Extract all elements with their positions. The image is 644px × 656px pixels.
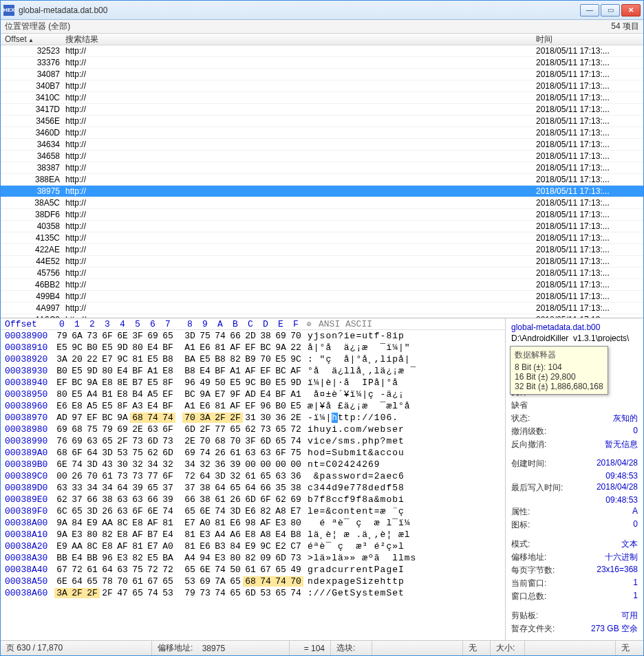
hex-row[interactable]: 0003898069687579692E636F6D2F776562736572…	[1, 424, 505, 435]
subheader-left: 位置管理器 (全部)	[5, 21, 70, 32]
hex-row[interactable]: 00038960E6E8A5E58FA3E4BFA1E681AFEF96B0E5…	[1, 400, 505, 412]
subheader-right: 54 项目	[611, 21, 639, 32]
results-row[interactable]: 38DF6http://2018/05/11 17:13:...	[1, 209, 643, 221]
status-offset-value: 38975	[202, 644, 225, 653]
hex-row[interactable]: 00038930B0E59D80E4BFA1E8B8E4BFA1AFEFBCAF…	[1, 365, 505, 377]
side-info-row: 创建时间:2018/04/28	[511, 458, 638, 470]
results-row[interactable]: 4A997http://2018/05/11 17:13:...	[1, 303, 643, 314]
results-row[interactable]: 38975http://2018/05/11 17:13:...	[1, 186, 643, 197]
results-row[interactable]: 3417Dhttp://2018/05/11 17:13:...	[1, 104, 643, 116]
results-row[interactable]: 33376http://2018/05/11 17:13:...	[1, 57, 643, 69]
side-info-row: 图标:0	[511, 519, 638, 531]
side-info-row: 09:48:53	[511, 471, 638, 481]
hex-row[interactable]: 000389B06E743D43303234323432363900000000…	[1, 459, 505, 470]
hex-row[interactable]: 00038A603A2F2F2F47657453797374656D536574…	[1, 587, 505, 599]
results-row[interactable]: 4135Chttp://2018/05/11 17:13:...	[1, 232, 643, 244]
hex-row[interactable]: 000389E06237663863636639663861266D6F6269…	[1, 494, 505, 505]
results-row[interactable]: 422AEhttp://2018/05/11 17:13:...	[1, 244, 643, 256]
results-row[interactable]: 499B4http://2018/05/11 17:13:...	[1, 291, 643, 303]
tooltip-row-16bit: 16 Bit (±) 29,800	[515, 372, 603, 382]
side-filepath: D:\AndroidKiller_v1.3.1\projects\	[511, 334, 638, 342]
side-filename: global-metadata.dat.b00	[511, 322, 638, 332]
tooltip-title: 数据解释器	[515, 349, 603, 361]
side-info-row: 09:48:53	[511, 495, 638, 505]
col-offset[interactable]: Offset	[1, 34, 63, 44]
status-sel-label: 选块:	[331, 641, 372, 655]
side-panel: global-metadata.dat.b00 D:\AndroidKiller…	[506, 318, 643, 640]
side-info-row: 暂存文件夹:273 GB 空余	[511, 623, 638, 635]
status-page: 页 630 / 17,870	[1, 641, 152, 655]
results-row[interactable]: 3456Ehttp://2018/05/11 17:13:...	[1, 116, 643, 127]
hex-row[interactable]: 00038A30BBE4BB96E382E5BAA494E38082096D73…	[1, 552, 505, 564]
side-info-row: 当前窗口:1	[511, 578, 638, 589]
hex-row[interactable]: 00038A009A84E9AA8CE8AF81E7A081E698AFE380…	[1, 517, 505, 529]
crosshair-icon: ⊕	[303, 318, 314, 329]
results-body[interactable]: 32523http://2018/05/11 17:13:...33376htt…	[1, 45, 643, 318]
results-row[interactable]: 38387http://2018/05/11 17:13:...	[1, 162, 643, 174]
hex-row[interactable]: 00038A109AE38082E8AFB7E481E3A4A6E8A8E4B8…	[1, 529, 505, 540]
tooltip-row-8bit: 8 Bit (±): 104	[515, 362, 603, 372]
status-size-label: 大小:	[491, 641, 525, 655]
results-row[interactable]: 3460Dhttp://2018/05/11 17:13:...	[1, 127, 643, 139]
hex-row[interactable]: 0003895080E5A4B1E8B4A5EFBC9AE79FADE4BFA1…	[1, 389, 505, 400]
side-info-row: 反向撤消:暂无信息	[511, 439, 638, 450]
results-row[interactable]: 34634http://2018/05/11 17:13:...	[1, 139, 643, 151]
subheader: 位置管理器 (全部) 54 项目	[1, 20, 643, 34]
hex-row[interactable]: 000389A0686F643D5375626D6974266163636F75…	[1, 447, 505, 459]
hex-row[interactable]: 00038A406772616463757272656E745061676549…	[1, 564, 505, 576]
side-info-row: 缺省	[511, 400, 638, 411]
status-offset-label: 偏移地址:	[158, 642, 193, 654]
close-button[interactable]: ✕	[621, 4, 641, 17]
titlebar[interactable]: HEX global-metadata.dat.b00 — ▭ ✕	[1, 1, 643, 20]
side-info-row: 模式:文本	[511, 538, 638, 550]
hex-row[interactable]: 00038900796A736F6E3F69653D7574662D386970…	[1, 330, 505, 342]
hex-row[interactable]: 00038940EFBC9AE88EB7E58F964950E59CB0E59D…	[1, 377, 505, 389]
side-info-row: 最后写入时间:2018/04/28	[511, 482, 638, 494]
results-panel: Offset 搜索结果 时间 32523http://2018/05/11 17…	[1, 34, 643, 318]
tooltip-row-32bit: 32 Bit (±) 1,886,680,168	[515, 382, 603, 391]
results-row[interactable]: 34658http://2018/05/11 17:13:...	[1, 151, 643, 162]
hex-row[interactable]: 00038A20E9AA8CE8AF81E7A081E6B384E99CE2C7…	[1, 540, 505, 552]
status-byte-value: = 104	[290, 641, 331, 655]
minimize-button[interactable]: —	[580, 4, 599, 17]
data-interpreter-tooltip: 数据解释器 8 Bit (±): 104 16 Bit (±) 29,800 3…	[510, 346, 608, 395]
side-info-row: 状态:灰知的	[511, 413, 638, 424]
results-row[interactable]: 388EAhttp://2018/05/11 17:13:...	[1, 174, 643, 186]
results-row[interactable]: 45756http://2018/05/11 17:13:...	[1, 267, 643, 279]
hex-row[interactable]: 000389D063333434643965373738646564663538…	[1, 482, 505, 494]
results-row[interactable]: 40358http://2018/05/11 17:13:...	[1, 221, 643, 232]
hex-pane: Offset 0123456789ABCDEF ⊕ ANSI ASCII 000…	[1, 318, 643, 640]
side-info-row: 属性:A	[511, 506, 638, 518]
hex-row[interactable]: 000389C0002670617373776F72643D3261656336…	[1, 470, 505, 482]
results-header[interactable]: Offset 搜索结果 时间	[1, 34, 643, 45]
results-row[interactable]: 38A5Chttp://2018/05/11 17:13:...	[1, 197, 643, 209]
results-row[interactable]: 32523http://2018/05/11 17:13:...	[1, 45, 643, 57]
results-row[interactable]: 46BB2http://2018/05/11 17:13:...	[1, 279, 643, 291]
hex-row[interactable]: 00038990766963652F736D732E7068703F6D6574…	[1, 435, 505, 447]
hex-left: Offset 0123456789ABCDEF ⊕ ANSI ASCII 000…	[1, 318, 506, 640]
window-title: global-metadata.dat.b00	[19, 6, 580, 15]
hex-row[interactable]: 000389203A2022E79C81E5B8BAE5B882B970E59C…	[1, 353, 505, 365]
side-info-row: 每页字节数:23x16=368	[511, 565, 638, 576]
col-result[interactable]: 搜索结果	[63, 34, 533, 45]
results-row[interactable]: 3410Chttp://2018/05/11 17:13:...	[1, 92, 643, 104]
status-none2: 无	[616, 641, 643, 655]
hex-row[interactable]: 000389F06C653D26636F6E74656E743DE682A8E7…	[1, 505, 505, 517]
col-time[interactable]: 时间	[533, 34, 643, 45]
hex-row[interactable]: 00038910E59CB0E59D80E4BFA1E681AFEFBC9A22…	[1, 342, 505, 353]
results-row[interactable]: 44E52http://2018/05/11 17:13:...	[1, 256, 643, 267]
status-none: 无	[463, 641, 491, 655]
hex-body[interactable]: 00038900796A736F6E3F69653D7574662D386970…	[1, 330, 505, 599]
hex-row[interactable]: 00038970AD97EFBC9A687474703A2F2F3130362E…	[1, 412, 505, 424]
app-icon: HEX	[3, 5, 14, 16]
hex-header: Offset 0123456789ABCDEF ⊕ ANSI ASCII	[1, 318, 505, 330]
side-info-row: 剪贴板:可用	[511, 610, 638, 622]
results-row[interactable]: 34087http://2018/05/11 17:13:...	[1, 69, 643, 80]
status-bar: 页 630 / 17,870 偏移地址: 38975 = 104 选块: 无 大…	[1, 640, 643, 655]
side-info-row: 偏移地址:十六进制	[511, 551, 638, 563]
side-info-row: 撤消级数:0	[511, 426, 638, 437]
hex-row[interactable]: 00038A506E6465787061676553697A6568747470…	[1, 576, 505, 587]
app-window: HEX global-metadata.dat.b00 — ▭ ✕ 位置管理器 …	[0, 0, 644, 656]
results-row[interactable]: 340B7http://2018/05/11 17:13:...	[1, 80, 643, 92]
maximize-button[interactable]: ▭	[601, 4, 620, 17]
